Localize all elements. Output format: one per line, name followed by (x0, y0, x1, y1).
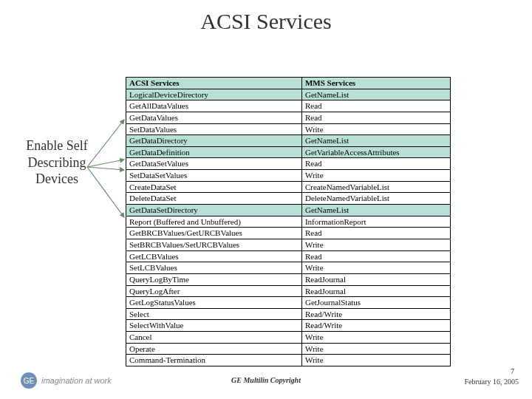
cell-mms: Read (301, 158, 450, 170)
cell-mms: DeleteNamedVariableList (301, 193, 450, 205)
table-row: Command-TerminationWrite (126, 355, 451, 366)
table-row: LogicalDeviceDirectoryGetNameList (126, 89, 451, 100)
table-row: GetDataDirectoryGetNameList (126, 135, 451, 147)
page-title: ACSI Services (0, 9, 532, 34)
cell-mms: GetJournalStatus (301, 297, 450, 309)
cell-mms: GetNameList (301, 135, 450, 147)
cell-acsi: SelectWithValue (126, 320, 302, 332)
col-header-acsi: ACSI Services (126, 78, 302, 89)
content-area: Enable Self Describing Devices ACSI Serv… (0, 34, 532, 352)
cell-mms: Write (301, 343, 450, 355)
table-row: OperateWrite (126, 343, 451, 355)
table-row: GetDataSetDirectoryGetNameList (126, 205, 451, 216)
svg-line-1 (87, 160, 124, 167)
table-row: SetDataValuesWrite (126, 123, 451, 135)
cell-acsi: GetDataValues (126, 112, 302, 123)
cell-acsi: SetDataSetValues (126, 170, 302, 182)
cell-mms: CreateNamedVariableList (301, 181, 450, 193)
cell-acsi: CreateDataSet (126, 181, 302, 193)
cell-acsi: QueryLogByTime (126, 273, 302, 285)
cell-acsi: GetDataSetDirectory (126, 205, 302, 216)
svg-line-3 (87, 167, 124, 217)
page-number: 7 (511, 367, 514, 375)
table-row: SetDataSetValuesWrite (126, 170, 451, 182)
ge-tagline: imagination at work (41, 376, 112, 385)
cell-mms: Read (301, 228, 450, 239)
ge-badge-icon: GE (21, 372, 37, 389)
cell-mms: ReadJournal (301, 285, 450, 297)
cell-acsi: Report (Buffered and Unbuffered) (126, 216, 302, 228)
cell-mms: InformationReport (301, 216, 450, 228)
table-row: GetDataValuesRead (126, 112, 451, 123)
cell-acsi: GetAllDataValues (126, 100, 302, 112)
cell-acsi: GetDataDirectory (126, 135, 302, 147)
table-row: GetBRCBValues/GetURCBValuesRead (126, 228, 451, 239)
table-row: GetDataSetValuesRead (126, 158, 451, 170)
cell-acsi: Command-Termination (126, 355, 302, 366)
cell-acsi: QueryLogAfter (126, 285, 302, 297)
cell-mms: Write (301, 332, 450, 344)
cell-acsi: SetLCBValues (126, 262, 302, 274)
cell-acsi: GetDataDefinition (126, 146, 302, 158)
cell-mms: Write (301, 123, 450, 135)
cell-acsi: GetBRCBValues/GetURCBValues (126, 228, 302, 239)
cell-acsi: SetDataValues (126, 123, 302, 135)
table-row: SelectWithValueRead/Write (126, 320, 451, 332)
table-row: CancelWrite (126, 332, 451, 344)
table-row: GetLCBValuesRead (126, 250, 451, 262)
cell-acsi: LogicalDeviceDirectory (126, 89, 302, 100)
cell-mms: Write (301, 355, 450, 366)
table-row: GetAllDataValuesRead (126, 100, 451, 112)
cell-acsi: SetBRCBValues/SetURCBValues (126, 239, 302, 250)
cell-mms: Read (301, 112, 450, 123)
table-row: DeleteDataSetDeleteNamedVariableList (126, 193, 451, 205)
cell-mms: Read/Write (301, 320, 450, 332)
table-row: QueryLogByTimeReadJournal (126, 273, 451, 285)
cell-mms: Read (301, 250, 450, 262)
cell-acsi: DeleteDataSet (126, 193, 302, 205)
svg-line-0 (87, 120, 124, 167)
table-row: SetBRCBValues/SetURCBValuesWrite (126, 239, 451, 250)
col-header-mms: MMS Services (301, 78, 450, 89)
cell-acsi: GetLogStatusValues (126, 297, 302, 309)
cell-mms: Write (301, 239, 450, 250)
table-row: SelectRead/Write (126, 308, 451, 320)
copyright-text: GE Multilin Copyright (231, 376, 301, 384)
cell-mms: Read (301, 100, 450, 112)
cell-acsi: Select (126, 308, 302, 320)
table-row: Report (Buffered and Unbuffered)Informat… (126, 216, 451, 228)
cell-acsi: Cancel (126, 332, 302, 344)
services-table: ACSI Services MMS Services LogicalDevice… (126, 77, 451, 366)
table-row: SetLCBValuesWrite (126, 262, 451, 274)
cell-mms: Write (301, 262, 450, 274)
cell-mms: Write (301, 170, 450, 182)
table-row: GetDataDefinitionGetVariableAccessAttrib… (126, 146, 451, 158)
cell-acsi: Operate (126, 343, 302, 355)
table-row: GetLogStatusValuesGetJournalStatus (126, 297, 451, 309)
cell-mms: ReadJournal (301, 273, 450, 285)
table-row: QueryLogAfterReadJournal (126, 285, 451, 297)
cell-acsi: GetLCBValues (126, 250, 302, 262)
svg-line-2 (87, 167, 124, 170)
footer-date: February 16, 2005 (464, 378, 519, 386)
cell-mms: GetVariableAccessAttributes (301, 146, 450, 158)
footer: GE imagination at work GE Multilin Copyr… (0, 369, 532, 392)
table-row: CreateDataSetCreateNamedVariableList (126, 181, 451, 193)
cell-mms: Read/Write (301, 308, 450, 320)
cell-mms: GetNameList (301, 89, 450, 100)
cell-mms: GetNameList (301, 205, 450, 216)
cell-acsi: GetDataSetValues (126, 158, 302, 170)
ge-logo: GE imagination at work (21, 372, 112, 389)
